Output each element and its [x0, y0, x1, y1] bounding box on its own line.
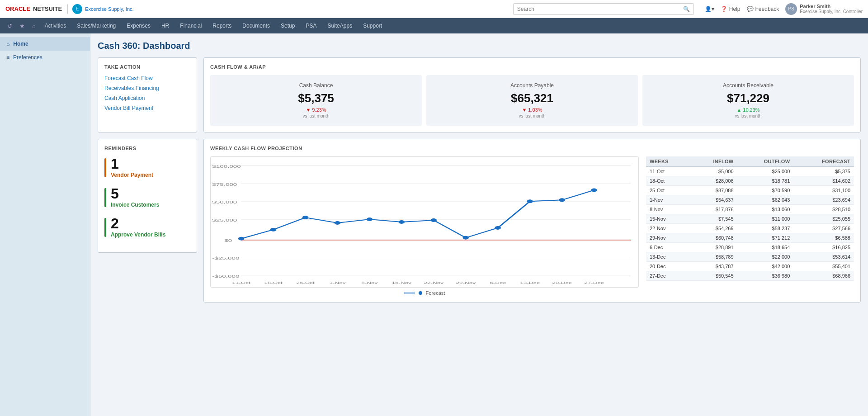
cell-10-1: $43,787	[690, 262, 737, 271]
cell-4-1: $17,876	[690, 205, 737, 214]
legend-forecast: Forecast	[404, 290, 445, 296]
nav-history-icon[interactable]: ↺	[5, 21, 15, 31]
nav-psa[interactable]: PSA	[301, 20, 321, 32]
cell-9-3: $53,614	[793, 252, 854, 262]
card-vs-2: vs last month	[648, 113, 849, 118]
svg-text:13-Dec: 13-Dec	[520, 281, 540, 285]
link-receivables-financing[interactable]: Receivables Financing	[104, 85, 190, 91]
svg-text:-$50,000: -$50,000	[212, 274, 239, 279]
link-vendor-bill-payment[interactable]: Vendor Bill Payment	[104, 105, 190, 111]
cell-5-1: $7,545	[690, 214, 737, 224]
persona-icon[interactable]: 👤▾	[705, 6, 714, 12]
col-weeks: WEEKS	[646, 156, 690, 167]
table-row: 20-Dec$43,787$42,000$55,401	[646, 262, 854, 271]
cell-2-1: $87,088	[690, 186, 737, 195]
col-inflow: INFLOW	[690, 156, 737, 167]
reminder-vendor-payment: 1 Vendor Payment	[104, 156, 190, 178]
cell-7-3: $6,588	[793, 233, 854, 243]
svg-text:18-Oct: 18-Oct	[264, 281, 283, 285]
card-change-2: ▲ 10.23%	[648, 107, 849, 113]
svg-text:20-Dec: 20-Dec	[552, 281, 572, 285]
reminder-approve-vendor-bills: 2 Approve Vendor Bills	[104, 216, 190, 238]
cell-1-3: $14,602	[793, 176, 854, 186]
search-bar[interactable]: 🔍	[513, 3, 694, 15]
nav-star-icon[interactable]: ★	[17, 21, 28, 31]
cell-7-1: $60,748	[690, 233, 737, 243]
cell-11-3: $68,966	[793, 271, 854, 281]
cell-2-2: $70,590	[737, 186, 794, 195]
cell-0-0: 11-Oct	[646, 167, 690, 176]
link-cash-application[interactable]: Cash Application	[104, 95, 190, 101]
top-right: 👤▾ ❓ Help 💬 Feedback PS Parker Smith Exe…	[705, 3, 863, 15]
card-label-0: Cash Balance	[216, 82, 416, 89]
reminder-label-2[interactable]: Approve Vendor Bills	[111, 232, 165, 238]
cell-9-1: $58,789	[690, 252, 737, 262]
cell-5-0: 15-Nov	[646, 214, 690, 224]
cell-10-0: 20-Dec	[646, 262, 690, 271]
cell-0-2: $25,000	[737, 167, 794, 176]
legend-label: Forecast	[426, 290, 445, 296]
cell-9-2: $22,000	[737, 252, 794, 262]
nav-home-icon[interactable]: ⌂	[29, 21, 38, 31]
cell-8-0: 6-Dec	[646, 243, 690, 252]
nav-activities[interactable]: Activities	[40, 20, 71, 32]
search-input[interactable]	[517, 6, 683, 12]
nav-hr[interactable]: HR	[157, 20, 174, 32]
sidebar-home-label: Home	[13, 41, 28, 47]
user-info[interactable]: PS Parker Smith Exercise Supply, Inc. Co…	[785, 3, 863, 15]
link-forecast-cashflow[interactable]: Forecast Cash Flow	[104, 75, 190, 81]
nav-documents[interactable]: Documents	[238, 20, 274, 32]
top-bar: ORACLE NETSUITE E Excercise Supply, Inc.…	[0, 0, 868, 18]
card-vs-1: vs last month	[432, 113, 632, 118]
svg-point-28	[302, 216, 309, 219]
col-outflow: OUTFLOW	[737, 156, 794, 167]
help-link[interactable]: ❓ Help	[721, 6, 741, 12]
cell-0-3: $5,375	[793, 167, 854, 176]
nav-sales-marketing[interactable]: Sales/Marketing	[72, 20, 120, 32]
avatar: PS	[785, 3, 797, 15]
cell-0-1: $5,000	[690, 167, 737, 176]
reminders-panel: REMINDERS 1 Vendor Payment 5 Invoice Cus…	[98, 139, 197, 253]
take-action-title: TAKE ACTION	[104, 64, 190, 70]
svg-point-32	[431, 218, 437, 222]
svg-point-30	[367, 217, 373, 221]
reminder-label-1[interactable]: Invoice Customers	[111, 202, 159, 208]
nav-setup[interactable]: Setup	[276, 20, 299, 32]
user-subtitle: Exercise Supply, Inc. Controller	[800, 9, 863, 14]
user-name: Parker Smith	[800, 4, 863, 9]
table-row: 11-Oct$5,000$25,000$5,375	[646, 167, 854, 176]
card-label-2: Accounts Receivable	[648, 82, 849, 89]
cashflow-title: CASH FLOW & AR/AP	[210, 64, 854, 70]
sidebar-item-home[interactable]: ⌂ Home	[0, 37, 90, 51]
cell-7-0: 29-Nov	[646, 233, 690, 243]
table-row: 18-Oct$28,008$18,781$14,602	[646, 176, 854, 186]
svg-text:8-Nov: 8-Nov	[361, 281, 378, 285]
nav-reports[interactable]: Reports	[208, 20, 236, 32]
cell-2-0: 25-Oct	[646, 186, 690, 195]
svg-point-26	[238, 237, 245, 241]
cell-5-3: $25,055	[793, 214, 854, 224]
cell-3-0: 1-Nov	[646, 195, 690, 205]
forecast-table: WEEKS INFLOW OUTFLOW FORECAST 11-Oct$5,0…	[646, 156, 854, 296]
sidebar-item-preferences[interactable]: ≡ Preferences	[0, 51, 90, 64]
nav-expenses[interactable]: Expenses	[122, 20, 155, 32]
feedback-link[interactable]: 💬 Feedback	[747, 6, 779, 12]
reminder-count-0: 1	[111, 156, 153, 171]
table-row: 22-Nov$54,269$58,237$27,566	[646, 224, 854, 233]
cell-6-0: 22-Nov	[646, 224, 690, 233]
reminder-bar-0	[104, 158, 106, 177]
company-badge[interactable]: E Excercise Supply, Inc.	[67, 4, 133, 14]
reminder-label-0[interactable]: Vendor Payment	[111, 172, 153, 178]
preferences-icon: ≡	[6, 54, 9, 61]
home-icon: ⌂	[6, 41, 9, 47]
table-row: 1-Nov$54,637$62,043$23,694	[646, 195, 854, 205]
svg-text:22-Nov: 22-Nov	[424, 281, 443, 285]
svg-text:27-Dec: 27-Dec	[584, 281, 604, 285]
nav-financial[interactable]: Financial	[175, 20, 206, 32]
reminder-count-2: 2	[111, 216, 165, 231]
weekly-inner: $100,000 $75,000 $50,000 $25,000 $0 -$25…	[210, 156, 854, 296]
svg-point-31	[399, 220, 405, 224]
nav-support[interactable]: Support	[359, 20, 387, 32]
weekly-panel: WEEKLY CASH FLOW PROJECTION	[203, 139, 861, 303]
nav-suiteapps[interactable]: SuiteApps	[323, 20, 357, 32]
